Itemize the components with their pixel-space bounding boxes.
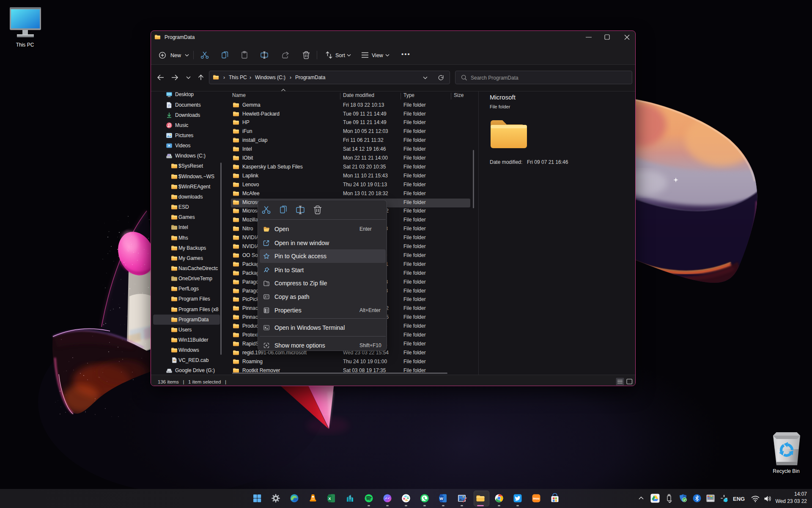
svg-text:Sort: Sort <box>335 52 345 58</box>
svg-text:imou: imou <box>533 497 540 500</box>
svg-text:View: View <box>372 52 384 58</box>
svg-text:New: New <box>170 52 181 58</box>
svg-text:W: W <box>439 497 443 501</box>
svg-text:X: X <box>328 496 331 501</box>
